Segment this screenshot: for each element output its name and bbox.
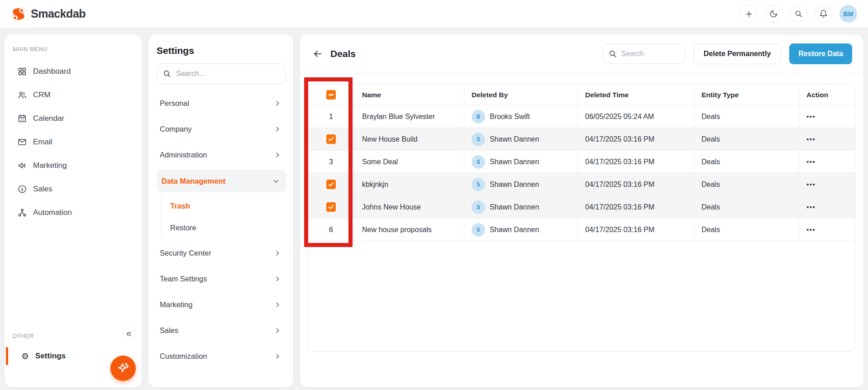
- row-checkbox-checked[interactable]: [326, 134, 336, 144]
- row-actions-menu-button[interactable]: •••: [806, 181, 816, 188]
- dark-mode-button[interactable]: [765, 5, 782, 23]
- settings-item-administration[interactable]: Administration: [157, 142, 286, 168]
- row-actions-menu-button[interactable]: •••: [806, 158, 816, 166]
- other-label: OTHER: [13, 333, 34, 339]
- cell-deleted-by: S Shawn Dannen: [464, 173, 578, 195]
- chevron-right-icon: [274, 125, 281, 133]
- brand-name: Smackdab: [31, 7, 86, 20]
- settings-item-label: Team Settings: [160, 275, 207, 283]
- avatar: S: [472, 155, 485, 169]
- top-bar: Smackdab BM: [0, 0, 868, 28]
- row-actions-menu-button[interactable]: •••: [806, 113, 816, 120]
- search-icon: [608, 49, 617, 60]
- row-actions-menu-button[interactable]: •••: [806, 135, 816, 143]
- settings-item-label: Security Center: [160, 249, 211, 257]
- table-row[interactable]: 3 Some Deal S Shawn Dannen 04/17/2025 03…: [308, 151, 855, 173]
- delete-permanently-button[interactable]: Delete Permanently: [693, 43, 782, 64]
- row-actions-menu-button[interactable]: •••: [806, 226, 816, 233]
- sparkle-icon: [116, 361, 130, 375]
- dashboard-grid-icon: [17, 67, 27, 76]
- settings-item-security-center[interactable]: Security Center: [157, 240, 286, 266]
- back-button[interactable]: [312, 48, 323, 59]
- global-search-button[interactable]: [790, 5, 807, 23]
- sidebar-bottom: OTHER ⚙ Settings: [5, 333, 142, 387]
- settings-item-sales[interactable]: Sales: [157, 318, 286, 343]
- row-number[interactable]: 6: [329, 226, 333, 234]
- settings-item-marketing[interactable]: Marketing: [157, 292, 286, 318]
- sidebar-item-label: Marketing: [33, 161, 67, 170]
- sidebar-item-dashboard[interactable]: Dashboard: [5, 60, 142, 83]
- checkmark-icon: [328, 204, 334, 210]
- ai-assistant-fab[interactable]: [110, 356, 136, 381]
- avatar: S: [472, 200, 485, 214]
- sidebar-item-automation[interactable]: Automation: [5, 201, 142, 224]
- cell-name: kbkjnkjn: [355, 173, 464, 195]
- row-number[interactable]: 3: [329, 158, 333, 166]
- checkmark-icon: [328, 136, 334, 143]
- column-header-deleted-time: Deleted Time: [578, 85, 694, 105]
- add-button[interactable]: [740, 5, 758, 23]
- app-root: Smackdab BM: [0, 0, 868, 390]
- search-icon: [162, 69, 172, 80]
- chevron-right-icon: [274, 151, 281, 159]
- row-number[interactable]: 1: [329, 113, 333, 121]
- notifications-button[interactable]: [815, 5, 832, 23]
- avatar: S: [472, 223, 485, 237]
- user-avatar[interactable]: BM: [839, 5, 857, 23]
- sidebar-item-crm[interactable]: CRM: [5, 83, 142, 107]
- sidebar-item-calendar[interactable]: 12 Calendar: [5, 107, 142, 130]
- settings-item-data-management[interactable]: Data Management: [157, 170, 286, 192]
- sidebar-item-label: Calendar: [33, 114, 64, 123]
- svg-text:12: 12: [20, 118, 24, 121]
- table-row[interactable]: New House Build S Shawn Dannen 04/17/202…: [308, 128, 855, 151]
- settings-item-customization[interactable]: Customization: [157, 343, 286, 369]
- chevron-right-icon: [274, 249, 281, 257]
- trash-table: Name Deleted By Deleted Time Entity Type…: [307, 84, 855, 352]
- settings-subitem-trash[interactable]: Trash: [162, 195, 286, 217]
- settings-item-label: Administration: [160, 151, 207, 159]
- settings-item-label: Sales: [160, 326, 178, 335]
- chevron-down-icon: [272, 177, 280, 185]
- cell-entity-type: Deals: [694, 196, 799, 218]
- table-row[interactable]: 6 New house proposals S Shawn Dannen 04/…: [308, 219, 855, 241]
- search-icon: [794, 10, 803, 18]
- sidebar-item-marketing[interactable]: Marketing: [5, 154, 142, 177]
- settings-item-personal[interactable]: Personal: [157, 90, 286, 116]
- cell-deleted-by: S Shawn Dannen: [464, 219, 578, 241]
- chevron-right-icon: [274, 100, 281, 107]
- top-actions: BM: [740, 5, 857, 23]
- row-checkbox-checked[interactable]: [326, 202, 336, 212]
- settings-item-label: Company: [160, 125, 192, 133]
- table-header-row: Name Deleted By Deleted Time Entity Type…: [308, 85, 855, 105]
- table-row[interactable]: 1 Braylan Blue Sylvester B Brooks Swift …: [308, 105, 855, 128]
- restore-data-button[interactable]: Restore Data: [789, 43, 852, 64]
- settings-item-company[interactable]: Company: [157, 116, 286, 142]
- collapse-sidebar-button[interactable]: [123, 328, 135, 340]
- settings-subitem-restore[interactable]: Restore: [162, 217, 286, 238]
- chevron-right-icon: [274, 301, 281, 309]
- sidebar-item-email[interactable]: Email: [5, 130, 142, 154]
- select-all-checkbox[interactable]: [326, 90, 336, 100]
- column-header-action: Action: [799, 85, 855, 105]
- sidebar-item-label: Email: [33, 138, 52, 147]
- brand-logo[interactable]: Smackdab: [11, 6, 86, 22]
- table-row[interactable]: kbkjnkjn S Shawn Dannen 04/17/2025 03:16…: [308, 173, 855, 196]
- cell-entity-type: Deals: [694, 151, 799, 173]
- users-icon: [17, 90, 27, 100]
- table-row[interactable]: Johns New House S Shawn Dannen 04/17/202…: [308, 196, 855, 219]
- row-checkbox-checked[interactable]: [326, 180, 336, 189]
- main-nav: Dashboard CRM 12 Calendar Email: [5, 60, 142, 224]
- sidebar-item-sales[interactable]: $ Sales: [5, 177, 142, 201]
- cell-entity-type: Deals: [694, 173, 799, 195]
- cell-name: Johns New House: [355, 196, 464, 218]
- cell-deleted-time: 04/17/2025 03:16 PM: [578, 173, 694, 195]
- deleted-by-name: Shawn Dannen: [490, 203, 539, 211]
- cell-entity-type: Deals: [694, 219, 799, 241]
- main-header: Deals Delete Permanently Restore Data: [300, 34, 863, 74]
- cell-deleted-by: B Brooks Swift: [464, 105, 578, 128]
- sidebar-item-label: Settings: [35, 352, 66, 361]
- workflow-icon: [17, 208, 27, 218]
- row-actions-menu-button[interactable]: •••: [806, 203, 816, 211]
- settings-search-input[interactable]: [157, 63, 286, 84]
- settings-item-team-settings[interactable]: Team Settings: [157, 266, 286, 292]
